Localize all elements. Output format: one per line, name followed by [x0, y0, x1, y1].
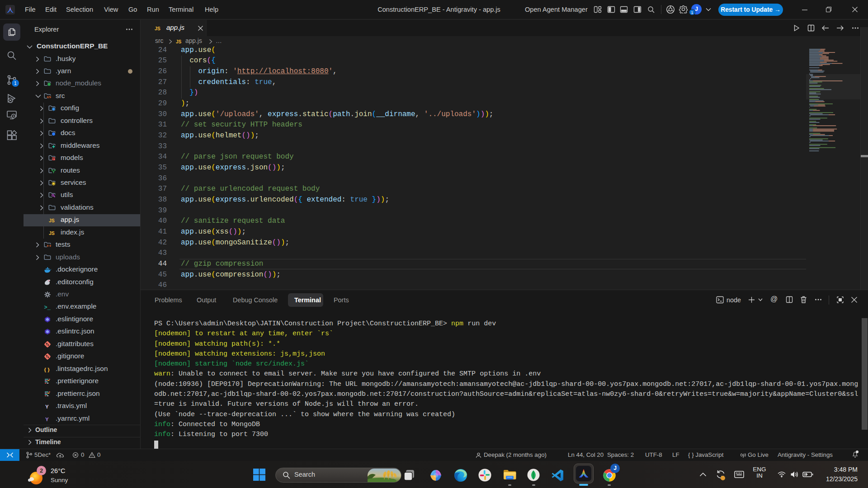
svg-text:JS: JS — [155, 26, 160, 31]
svg-text:JS: JS — [49, 218, 55, 223]
svg-text:JS: JS — [176, 39, 182, 44]
svg-text:Y: Y — [45, 416, 49, 422]
svg-text:Y: Y — [45, 404, 49, 409]
svg-text:>_: >_ — [44, 305, 51, 311]
svg-text:{ }: { } — [44, 366, 50, 372]
svg-text:JS: JS — [49, 230, 55, 235]
